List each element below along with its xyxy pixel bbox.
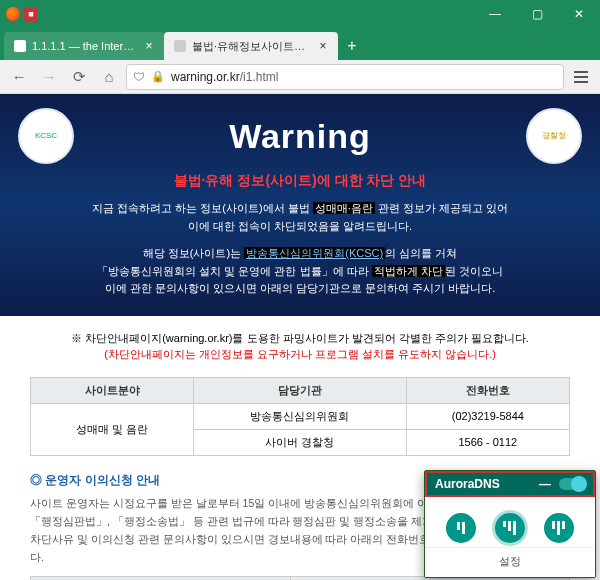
url-text: warning.or.kr/i1.html [171, 70, 557, 84]
table-row: 성매매 및 음란 방송통신심의위원회 (02)3219-5844 [31, 403, 570, 429]
nav-back-button[interactable]: ← [6, 64, 32, 90]
auroradns-title: AuroraDNS [435, 477, 500, 491]
auroradns-body [425, 497, 595, 547]
warning-desc-1: 지금 접속하려고 하는 정보(사이트)에서 불법 성매매·음란 관련 정보가 제… [18, 200, 582, 235]
tab-label: 1.1.1.1 — the Internet's Fastes [32, 40, 136, 52]
tab-warning-page[interactable]: 불법·유해정보사이트에 대한 차단 × [164, 32, 338, 60]
tracking-shield-icon[interactable]: 🛡 [133, 70, 145, 84]
police-seal-icon: 경찰청 [526, 108, 582, 164]
window-close-button[interactable]: ✕ [558, 0, 600, 28]
app-menu-button[interactable] [568, 64, 594, 90]
browser-toolbar: ← → ⟳ ⌂ 🛡 🔒 warning.or.kr/i1.html [0, 60, 600, 94]
mode-button-2[interactable] [495, 513, 525, 543]
th-agency: 담당기관 [194, 377, 406, 403]
address-bar[interactable]: 🛡 🔒 warning.or.kr/i1.html [126, 64, 564, 90]
nav-reload-button[interactable]: ⟳ [66, 64, 92, 90]
site-lock-icon[interactable]: 🔒 [151, 70, 165, 83]
th-phone: 전화번호 [406, 377, 569, 403]
tab-label: 불법·유해정보사이트에 대한 차단 [192, 39, 310, 54]
kcsc-seal-icon: KCSC [18, 108, 74, 164]
extension-badge-icon[interactable]: ■ [24, 7, 38, 21]
auroradns-settings-button[interactable]: 설정 [425, 547, 595, 577]
tab-close-button[interactable]: × [142, 39, 156, 53]
phishing-notice: ※ 차단안내페이지(warning.or.kr)를 도용한 파밍사이트가 발견되… [0, 316, 600, 371]
firefox-icon [6, 7, 20, 21]
kcsc-link[interactable]: 방송통신심의위원회(KCSC) [244, 247, 385, 259]
tab-bar: 1.1.1.1 — the Internet's Fastes × 불법·유해정… [0, 28, 600, 60]
tab-close-button[interactable]: × [316, 39, 330, 53]
tab-cloudflare[interactable]: 1.1.1.1 — the Internet's Fastes × [4, 32, 164, 60]
favicon-icon [14, 40, 26, 52]
auroradns-panel[interactable]: AuroraDNS — 설정 [424, 470, 596, 578]
auroradns-titlebar[interactable]: AuroraDNS — [425, 471, 595, 497]
panel-minimize-button[interactable]: — [539, 477, 551, 491]
warning-desc-2: 해당 정보(사이트)는 방송통신심의위원회(KCSC)의 심의를 거쳐 「방송통… [18, 245, 582, 298]
warning-hero: KCSC Warning 경찰청 불법·유해 정보(사이트)에 대한 차단 안내… [0, 94, 600, 316]
window-maximize-button[interactable]: ▢ [516, 0, 558, 28]
th-category: 사이트분야 [31, 377, 194, 403]
mode-button-1[interactable] [446, 513, 476, 543]
contact-table-1: 사이트분야 담당기관 전화번호 성매매 및 음란 방송통신심의위원회 (02)3… [30, 377, 570, 456]
favicon-icon [174, 40, 186, 52]
window-titlebar: ■ — ▢ ✕ [0, 0, 600, 28]
nav-forward-button[interactable]: → [36, 64, 62, 90]
warning-heading: Warning [229, 117, 371, 156]
mode-button-3[interactable] [544, 513, 574, 543]
warning-subtitle: 불법·유해 정보(사이트)에 대한 차단 안내 [18, 172, 582, 190]
window-minimize-button[interactable]: — [474, 0, 516, 28]
new-tab-button[interactable]: + [338, 32, 366, 60]
nav-home-button[interactable]: ⌂ [96, 64, 122, 90]
dns-toggle[interactable] [559, 478, 585, 490]
